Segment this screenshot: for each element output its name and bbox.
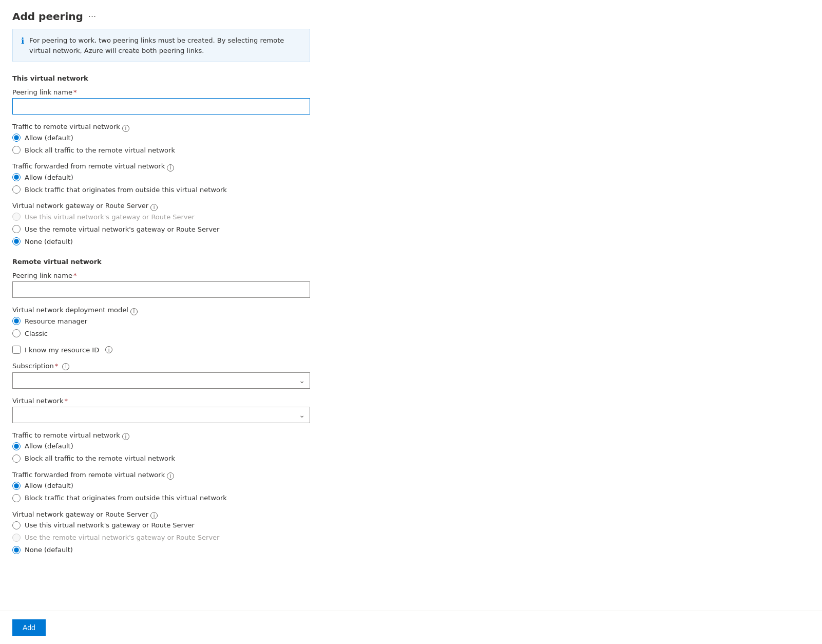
this-vnet-traffic-forwarded-radio-group: Allow (default) Block traffic that origi… xyxy=(12,173,810,194)
classic-radio-input[interactable] xyxy=(12,329,21,337)
block-outside-1-radio[interactable]: Block traffic that originates from outsi… xyxy=(12,185,810,194)
deployment-model-label: Virtual network deployment model xyxy=(12,306,128,314)
use-remote-gw-radio-label: Use the remote virtual network's gateway… xyxy=(25,225,219,233)
use-remote-gw-2-radio[interactable]: Use the remote virtual network's gateway… xyxy=(12,534,810,542)
subscription-info-icon[interactable]: i xyxy=(62,363,69,370)
block-all-1-radio-input[interactable] xyxy=(12,146,21,154)
allow-default-1-radio-input[interactable] xyxy=(12,134,21,142)
this-vnet-gateway-radio-group: Use this virtual network's gateway or Ro… xyxy=(12,213,810,245)
allow-default-3-radio[interactable]: Allow (default) xyxy=(12,442,810,450)
this-vnet-traffic-forwarded-group: Traffic forwarded from remote virtual ne… xyxy=(12,162,810,194)
more-options-button[interactable]: ··· xyxy=(88,12,96,22)
this-vnet-peering-link-input[interactable] xyxy=(12,98,310,115)
use-this-gw-2-radio[interactable]: Use this virtual network's gateway or Ro… xyxy=(12,521,810,529)
remote-vnet-gateway-label: Virtual network gateway or Route Server xyxy=(12,510,148,518)
block-all-1-radio[interactable]: Block all traffic to the remote virtual … xyxy=(12,146,810,154)
required-star-3: * xyxy=(55,362,59,370)
deployment-model-group: Virtual network deployment model i Resou… xyxy=(12,306,810,337)
none-default-1-radio[interactable]: None (default) xyxy=(12,237,810,245)
virtual-network-select[interactable] xyxy=(12,407,310,423)
remote-vnet-peering-link-label: Peering link name* xyxy=(12,272,810,279)
this-vnet-gateway-label: Virtual network gateway or Route Server xyxy=(12,202,148,210)
virtual-network-select-wrapper xyxy=(12,407,310,423)
virtual-network-group: Virtual network* xyxy=(12,397,810,423)
gateway-info-icon-2[interactable]: i xyxy=(150,512,158,519)
allow-default-1-radio[interactable]: Allow (default) xyxy=(12,134,810,142)
none-default-2-radio-label: None (default) xyxy=(25,546,73,554)
remote-vnet-traffic-to-remote-radio-group: Allow (default) Block all traffic to the… xyxy=(12,442,810,463)
use-this-gw-radio[interactable]: Use this virtual network's gateway or Ro… xyxy=(12,213,810,221)
this-vnet-traffic-to-remote-radio-group: Allow (default) Block all traffic to the… xyxy=(12,134,810,154)
remote-vnet-traffic-forwarded-group: Traffic forwarded from remote virtual ne… xyxy=(12,471,810,502)
block-all-2-radio-label: Block all traffic to the remote virtual … xyxy=(25,454,175,462)
remote-vnet-traffic-forwarded-label: Traffic forwarded from remote virtual ne… xyxy=(12,471,165,479)
info-banner-text: For peering to work, two peering links m… xyxy=(29,35,301,55)
remote-vnet-peering-link-input[interactable] xyxy=(12,281,310,298)
none-default-2-radio-input[interactable] xyxy=(12,546,21,554)
remote-vnet-traffic-to-remote-label-row: Traffic to remote virtual network i xyxy=(12,431,810,442)
subscription-select[interactable] xyxy=(12,372,310,389)
page-title: Add peering xyxy=(12,10,83,23)
allow-default-4-radio[interactable]: Allow (default) xyxy=(12,482,810,490)
block-outside-2-radio-label: Block traffic that originates from outsi… xyxy=(25,494,227,502)
classic-radio[interactable]: Classic xyxy=(12,329,810,337)
block-outside-1-radio-input[interactable] xyxy=(12,185,21,194)
use-this-gw-2-radio-input[interactable] xyxy=(12,521,21,529)
allow-default-3-radio-label: Allow (default) xyxy=(25,442,73,450)
block-all-2-radio-input[interactable] xyxy=(12,454,21,463)
allow-default-3-radio-input[interactable] xyxy=(12,442,21,450)
remote-vnet-gateway-label-row: Virtual network gateway or Route Server … xyxy=(12,510,810,521)
use-this-gw-2-radio-label: Use this virtual network's gateway or Ro… xyxy=(25,521,195,529)
add-button[interactable]: Add xyxy=(12,619,46,636)
info-banner: ℹ For peering to work, two peering links… xyxy=(12,29,310,62)
remote-traffic-forwarded-info-icon[interactable]: i xyxy=(167,472,174,480)
block-all-2-radio[interactable]: Block all traffic to the remote virtual … xyxy=(12,454,810,463)
use-remote-gw-2-radio-label: Use the remote virtual network's gateway… xyxy=(25,534,219,541)
allow-default-2-radio-input[interactable] xyxy=(12,173,21,181)
deployment-model-info-icon[interactable]: i xyxy=(130,308,138,315)
deployment-model-radio-group: Resource manager Classic xyxy=(12,317,810,337)
deployment-model-label-row: Virtual network deployment model i xyxy=(12,306,810,317)
this-vnet-gateway-group: Virtual network gateway or Route Server … xyxy=(12,202,810,245)
none-default-1-radio-input[interactable] xyxy=(12,237,21,245)
remote-virtual-network-section: Remote virtual network Peering link name… xyxy=(12,254,810,554)
virtual-network-label: Virtual network* xyxy=(12,397,810,405)
gateway-info-icon-1[interactable]: i xyxy=(150,204,158,211)
resource-manager-radio-label: Resource manager xyxy=(25,317,87,325)
page-container: Add peering ··· ℹ For peering to work, t… xyxy=(0,0,822,644)
subscription-label: Subscription* i xyxy=(12,362,810,370)
none-default-2-radio[interactable]: None (default) xyxy=(12,546,810,554)
allow-default-4-radio-input[interactable] xyxy=(12,482,21,490)
resource-manager-radio-input[interactable] xyxy=(12,317,21,325)
allow-default-1-radio-label: Allow (default) xyxy=(25,134,73,142)
resource-manager-radio[interactable]: Resource manager xyxy=(12,317,810,325)
block-outside-2-radio[interactable]: Block traffic that originates from outsi… xyxy=(12,494,810,502)
header: Add peering ··· xyxy=(0,0,822,29)
know-resource-id-label[interactable]: I know my resource ID xyxy=(25,346,99,354)
use-remote-gw-radio-input[interactable] xyxy=(12,225,21,233)
required-star-2: * xyxy=(73,272,77,279)
remote-vnet-gateway-radio-group: Use this virtual network's gateway or Ro… xyxy=(12,521,810,554)
block-outside-2-radio-input[interactable] xyxy=(12,494,21,502)
this-vnet-traffic-to-remote-group: Traffic to remote virtual network i Allo… xyxy=(12,123,810,154)
this-vnet-traffic-forwarded-label: Traffic forwarded from remote virtual ne… xyxy=(12,162,165,170)
allow-default-2-radio-label: Allow (default) xyxy=(25,174,73,181)
use-this-gw-radio-input xyxy=(12,213,21,221)
traffic-to-remote-info-icon[interactable]: i xyxy=(122,125,129,132)
know-resource-info-icon[interactable]: i xyxy=(105,346,112,353)
use-remote-gw-2-radio-input xyxy=(12,534,21,542)
traffic-forwarded-info-icon[interactable]: i xyxy=(167,164,174,172)
allow-default-2-radio[interactable]: Allow (default) xyxy=(12,173,810,181)
remote-traffic-to-remote-info-icon[interactable]: i xyxy=(122,433,129,440)
required-star-4: * xyxy=(64,397,68,405)
content-area: ℹ For peering to work, two peering links… xyxy=(0,29,822,611)
know-resource-id-group: I know my resource ID i xyxy=(12,346,810,354)
this-vnet-gateway-label-row: Virtual network gateway or Route Server … xyxy=(12,202,810,213)
remote-vnet-peering-link-name-group: Peering link name* xyxy=(12,272,810,298)
this-vnet-peering-link-label: Peering link name* xyxy=(12,88,810,96)
use-remote-gw-radio[interactable]: Use the remote virtual network's gateway… xyxy=(12,225,810,233)
this-vnet-peering-link-name-group: Peering link name* xyxy=(12,88,810,115)
remote-vnet-traffic-to-remote-label: Traffic to remote virtual network xyxy=(12,431,120,439)
know-resource-id-checkbox[interactable] xyxy=(12,346,21,354)
info-icon: ℹ xyxy=(21,36,24,46)
